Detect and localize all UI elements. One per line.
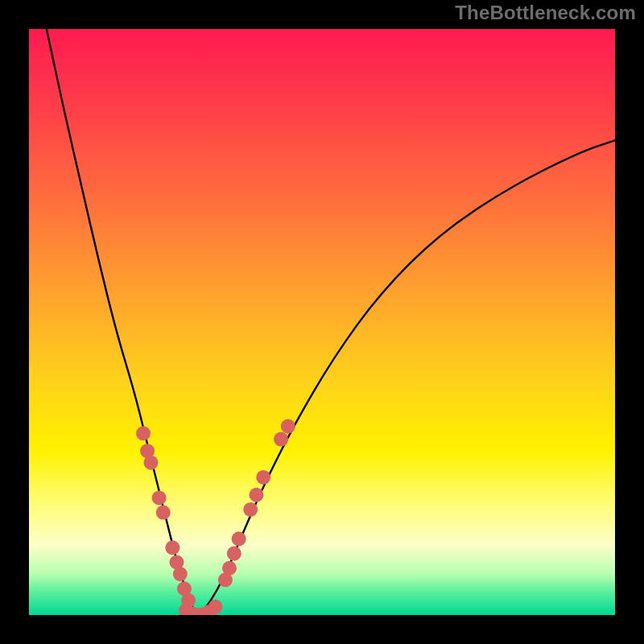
data-point <box>227 547 242 561</box>
data-point <box>256 470 270 485</box>
data-point <box>152 490 167 505</box>
data-point <box>249 488 263 502</box>
data-point <box>143 456 158 470</box>
data-point <box>222 561 237 576</box>
data-point <box>274 432 288 447</box>
data-point <box>173 567 188 581</box>
data-point <box>136 426 151 440</box>
chart-frame: TheBottleneck.com <box>0 0 644 644</box>
watermark-text: TheBottleneck.com <box>455 2 636 24</box>
data-points <box>136 419 295 615</box>
right-curve <box>196 140 615 615</box>
data-point <box>208 600 223 614</box>
plot-area <box>29 29 615 615</box>
data-point <box>232 531 246 546</box>
chart-svg <box>29 29 615 615</box>
data-point <box>156 506 171 520</box>
data-point <box>281 419 295 434</box>
data-point <box>243 502 258 517</box>
left-curve <box>47 29 196 615</box>
data-point <box>165 540 180 555</box>
